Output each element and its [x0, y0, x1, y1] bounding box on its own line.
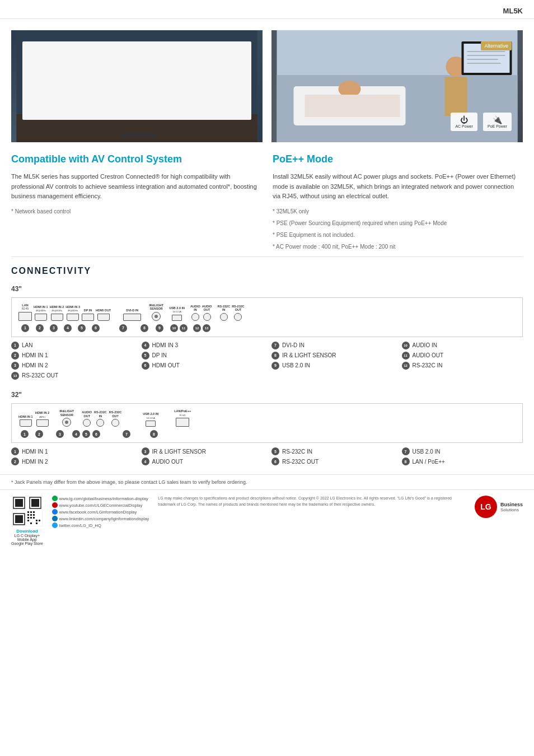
- av-control-note: * Network based control: [11, 207, 261, 216]
- port-audioout-32: AUDIOOUT: [82, 410, 92, 427]
- poe-title: PoE++ Mode: [273, 153, 523, 165]
- svg-rect-12: [114, 96, 119, 110]
- svg-rect-11: [107, 94, 112, 110]
- svg-rect-44: [36, 520, 38, 521]
- svg-rect-28: [15, 499, 23, 507]
- legend-item: 13 RS-232C OUT: [11, 372, 133, 380]
- svg-rect-5: [67, 97, 72, 110]
- svg-rect-37: [30, 514, 32, 516]
- svg-rect-35: [33, 511, 35, 513]
- svg-rect-34: [30, 511, 32, 513]
- port-audioout-43: AUDIOOUT: [202, 305, 212, 321]
- link-linkedin[interactable]: www.linkedin.com/company/lginformationdi…: [52, 516, 149, 521]
- copyright-text: LG may make changes to specifications an…: [158, 496, 466, 507]
- legend-item: 1 HDMI IN 1: [11, 447, 133, 455]
- poe-icons: ⏻ AC Power 🔌 PoE Power: [451, 113, 512, 131]
- legend-item: 11 AUDIO OUT: [402, 352, 523, 360]
- port-hdmi2-43: HDMI IN 24K@60Hz: [50, 305, 64, 321]
- lg-logo: LG Business Solutions: [475, 496, 523, 518]
- port-rs232in-32: RS-232CIN: [94, 410, 107, 427]
- port-lan-43: LANRJ-45: [18, 304, 32, 321]
- social-links: www.lg.com/global/business/information-d…: [52, 496, 149, 528]
- svg-rect-45: [36, 522, 38, 524]
- legend-item: 8 LAN / PoE++: [402, 458, 523, 465]
- ac-power-icon: ⏻ AC Power: [451, 113, 477, 131]
- port-usb-32: USB 2.0 IN5V=0.5A: [143, 412, 158, 427]
- port-hdmi1-32: HDMI IN 1: [18, 415, 33, 427]
- download-label: Download: [11, 529, 43, 534]
- link-website[interactable]: www.lg.com/global/business/information-d…: [52, 496, 149, 501]
- svg-rect-42: [27, 520, 29, 521]
- connectivity-title: CONNECTIVITY: [11, 266, 523, 276]
- svg-rect-10: [101, 97, 105, 110]
- poe-power-icon: 🔌 PoE Power: [483, 113, 512, 131]
- hero-section: Alternative ⏻ AC Power 🔌 PoE Power: [0, 19, 534, 142]
- port-diagram-32: HDMI IN 1 HDMI IN 2(ARC) IR&LIGHTSENSOR …: [11, 403, 523, 443]
- connectivity-section: CONNECTIVITY 43" LANRJ-45 HDMI IN 14K@60…: [0, 257, 534, 466]
- size-32-label: 32": [11, 391, 523, 399]
- legend-item: 5 DP IN: [142, 352, 263, 360]
- port-diagram-43: LANRJ-45 HDMI IN 14K@60Hz HDMI IN 24K@60…: [11, 297, 523, 337]
- port-audioin-43: AUDIOIN: [190, 305, 200, 321]
- svg-rect-43: [30, 522, 32, 524]
- legend-item: 8 IR & LIGHT SENSOR: [271, 352, 393, 360]
- legend-item: 7 USB 2.0 IN: [402, 447, 523, 455]
- port-rs232in-43: RS-232CIN: [218, 305, 231, 321]
- svg-rect-3: [55, 51, 219, 116]
- svg-rect-7: [81, 96, 85, 110]
- av-control-title: Compatible with AV Control System: [11, 153, 261, 165]
- app-store-label: Google Play Store: [11, 542, 43, 545]
- port-hdmi2-32: HDMI IN 2(ARC): [35, 411, 50, 427]
- av-control-col: Compatible with AV Control System The ML…: [11, 153, 261, 251]
- port-hdmi1-43: HDMI IN 14K@60Hz: [34, 305, 48, 321]
- port-ir-32: IR&LIGHTSENSOR: [59, 409, 74, 427]
- legend-item: 9 USB 2.0 IN: [271, 362, 393, 370]
- legend-32: 1 HDMI IN 1 3 IR & LIGHT SENSOR 5 RS-232…: [11, 447, 523, 465]
- port-hdmi3-43: HDMI IN 34K@60Hz: [65, 305, 80, 321]
- svg-rect-38: [33, 514, 35, 516]
- poe-col: PoE++ Mode Install 32ML5K easily without…: [273, 153, 523, 251]
- link-facebook[interactable]: www.facebook.com/LGinformationDisplay: [52, 509, 149, 515]
- port-dvi-43: DVI-D IN: [123, 309, 141, 321]
- link-twitter[interactable]: twitter.com/LG_ID_HQ: [52, 522, 149, 528]
- svg-rect-33: [27, 511, 29, 513]
- legend-item: 3 IR & LIGHT SENSOR: [142, 447, 263, 455]
- port-rs232out-32: RS-232COUT: [109, 410, 122, 427]
- svg-rect-1: [17, 114, 257, 142]
- model-label: ML5K: [503, 7, 523, 15]
- svg-rect-40: [30, 517, 32, 519]
- qr-code: [12, 496, 43, 526]
- poe-note-4: * AC Power mode : 400 nit, PoE++ Mode : …: [273, 242, 523, 251]
- poe-body: Install 32ML5K easily without AC power p…: [273, 172, 523, 202]
- poe-note-2: * PSE (Power Sourcing Equipment) require…: [273, 219, 523, 227]
- header: ML5K: [0, 0, 534, 19]
- svg-rect-32: [15, 515, 23, 523]
- legend-item: 10 AUDIO IN: [402, 342, 523, 349]
- port-usb-43: USB 2.0 IN5V=0.5A: [169, 306, 185, 321]
- business-label: Business: [500, 502, 523, 507]
- svg-rect-8: [87, 93, 92, 110]
- legend-item: 4 HDMI IN 3: [142, 342, 263, 349]
- legend-item: 1 LAN: [11, 342, 133, 349]
- poe-notes: * 32ML5K only * PSE (Power Sourcing Equi…: [273, 207, 523, 251]
- svg-rect-17: [305, 95, 400, 117]
- svg-rect-36: [27, 514, 29, 516]
- mobile-app-label: Mobile App: [11, 538, 43, 542]
- lg-circle: LG: [475, 496, 497, 518]
- av-control-body: The ML5K series has supported Crestron C…: [11, 172, 261, 202]
- link-youtube[interactable]: www.youtube.com/c/LGECommercialDisplay: [52, 502, 149, 508]
- port-dp-43: DP IN: [82, 309, 94, 321]
- port-lan-32: LAN/PoE++RJ-45: [174, 409, 191, 427]
- legend-43: 1 LAN 4 HDMI IN 3 7 DVI-D IN 10 AUDIO IN…: [11, 342, 523, 380]
- footer-note: * Jack Panels may differ from the above …: [0, 474, 534, 489]
- svg-rect-30: [31, 499, 39, 507]
- legend-item: 6 HDMI OUT: [142, 362, 263, 370]
- svg-rect-41: [33, 517, 35, 519]
- app-name: LG C·Display+: [11, 534, 43, 538]
- alternative-badge: Alternative: [481, 41, 512, 50]
- hero-image-left: [11, 30, 263, 142]
- hero-image-right: Alternative ⏻ AC Power 🔌 PoE Power: [271, 30, 523, 142]
- legend-item: 6 RS-232C OUT: [271, 458, 393, 465]
- svg-rect-46: [39, 520, 40, 521]
- content-section: Compatible with AV Control System The ML…: [0, 142, 534, 256]
